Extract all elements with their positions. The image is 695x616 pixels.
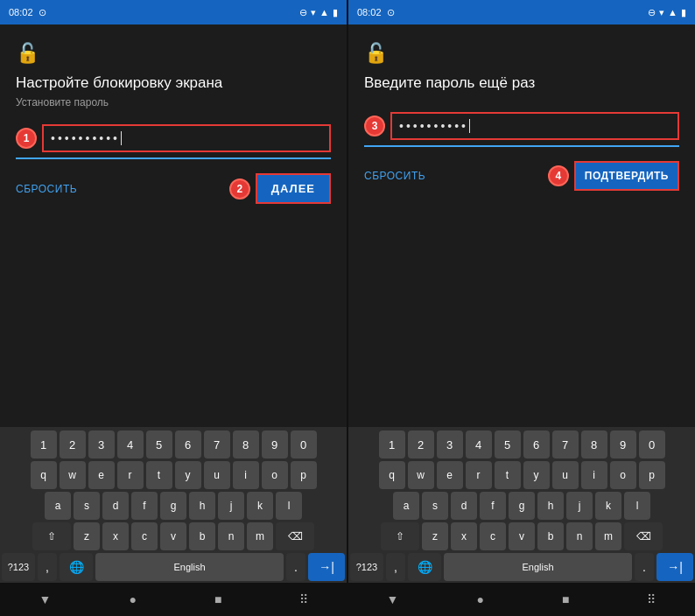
key-b[interactable]: b [189, 522, 215, 550]
r-key-e[interactable]: e [437, 461, 463, 489]
left-globe-key[interactable]: 🌐 [60, 553, 93, 581]
r-key-x[interactable]: x [451, 522, 477, 550]
key-e[interactable]: e [88, 461, 115, 489]
nav-recents-button[interactable]: ■ [204, 587, 232, 612]
key-0[interactable]: 0 [291, 430, 317, 458]
nav-back-button[interactable]: ▼ [29, 587, 62, 612]
key-g[interactable]: g [160, 492, 186, 520]
key-p[interactable]: p [291, 461, 317, 489]
right-shift-key[interactable]: ⇧ [381, 522, 419, 550]
key-t[interactable]: t [146, 461, 172, 489]
key-r[interactable]: r [117, 461, 144, 489]
r-key-i[interactable]: i [581, 461, 607, 489]
right-enter-key[interactable]: →| [656, 553, 693, 581]
key-h[interactable]: h [189, 492, 215, 520]
key-x[interactable]: x [102, 522, 129, 550]
r-key-q[interactable]: q [379, 461, 405, 489]
r-key-4[interactable]: 4 [466, 430, 492, 458]
r-key-r[interactable]: r [466, 461, 492, 489]
r-key-m[interactable]: m [595, 522, 621, 550]
key-d[interactable]: d [102, 492, 129, 520]
r-key-p[interactable]: p [639, 461, 665, 489]
r-key-t[interactable]: t [495, 461, 521, 489]
left-language-key[interactable]: English [95, 553, 284, 581]
r-key-j[interactable]: j [566, 492, 593, 520]
r-key-s[interactable]: s [422, 492, 448, 520]
r-key-2[interactable]: 2 [408, 430, 434, 458]
key-1[interactable]: 1 [31, 430, 57, 458]
nav-grid-button-r[interactable]: ⠿ [636, 587, 666, 612]
key-j[interactable]: j [218, 492, 244, 520]
nav-recents-button-r[interactable]: ■ [551, 587, 579, 612]
left-enter-key[interactable]: →| [308, 553, 345, 581]
right-password-field[interactable]: •••••••••• [390, 112, 679, 140]
key-4[interactable]: 4 [117, 430, 144, 458]
key-5[interactable]: 5 [146, 430, 172, 458]
r-key-b[interactable]: b [537, 522, 564, 550]
key-6[interactable]: 6 [175, 430, 201, 458]
left-comma-key[interactable]: , [38, 553, 57, 581]
nav-home-button[interactable]: ● [118, 587, 146, 612]
right-globe-key[interactable]: 🌐 [408, 553, 441, 581]
r-key-y[interactable]: y [523, 461, 550, 489]
r-key-a[interactable]: a [393, 492, 419, 520]
key-q[interactable]: q [31, 461, 57, 489]
left-reset-button[interactable]: СБРОСИТЬ [16, 183, 77, 195]
right-comma-key[interactable]: , [386, 553, 405, 581]
right-backspace-key[interactable]: ⌫ [624, 522, 663, 550]
key-7[interactable]: 7 [204, 430, 230, 458]
key-o[interactable]: o [262, 461, 288, 489]
right-language-key[interactable]: English [444, 553, 632, 581]
left-symbols-key[interactable]: ?123 [2, 553, 35, 581]
left-period-key[interactable]: . [286, 553, 305, 581]
key-y[interactable]: y [175, 461, 201, 489]
key-v[interactable]: v [160, 522, 186, 550]
key-8[interactable]: 8 [233, 430, 259, 458]
r-key-u[interactable]: u [552, 461, 579, 489]
key-k[interactable]: k [247, 492, 273, 520]
key-c[interactable]: c [131, 522, 158, 550]
r-key-l[interactable]: l [624, 492, 650, 520]
r-key-v[interactable]: v [509, 522, 535, 550]
r-key-8[interactable]: 8 [581, 430, 607, 458]
r-key-d[interactable]: d [451, 492, 477, 520]
r-key-1[interactable]: 1 [379, 430, 405, 458]
nav-home-button-r[interactable]: ● [466, 587, 494, 612]
r-key-z[interactable]: z [422, 522, 448, 550]
right-symbols-key[interactable]: ?123 [350, 553, 383, 581]
r-key-o[interactable]: o [610, 461, 636, 489]
r-key-n[interactable]: n [566, 522, 593, 550]
left-password-field[interactable]: •••••••••• [42, 124, 331, 152]
r-key-5[interactable]: 5 [495, 430, 521, 458]
key-l[interactable]: l [276, 492, 302, 520]
r-key-9[interactable]: 9 [610, 430, 636, 458]
key-2[interactable]: 2 [60, 430, 86, 458]
key-z[interactable]: z [74, 522, 100, 550]
nav-grid-button[interactable]: ⠿ [289, 587, 319, 612]
key-3[interactable]: 3 [88, 430, 115, 458]
r-key-f[interactable]: f [480, 492, 506, 520]
key-w[interactable]: w [60, 461, 86, 489]
r-key-w[interactable]: w [408, 461, 434, 489]
r-key-h[interactable]: h [537, 492, 564, 520]
key-s[interactable]: s [74, 492, 100, 520]
right-period-key[interactable]: . [635, 553, 654, 581]
key-i[interactable]: i [233, 461, 259, 489]
r-key-0[interactable]: 0 [639, 430, 665, 458]
right-confirm-button[interactable]: ПОДТВЕРДИТЬ [574, 161, 679, 191]
left-backspace-key[interactable]: ⌫ [276, 522, 314, 550]
key-u[interactable]: u [204, 461, 230, 489]
key-m[interactable]: m [247, 522, 273, 550]
right-reset-button[interactable]: СБРОСИТЬ [364, 170, 425, 182]
key-9[interactable]: 9 [262, 430, 288, 458]
r-key-g[interactable]: g [509, 492, 535, 520]
key-a[interactable]: a [45, 492, 71, 520]
r-key-c[interactable]: c [480, 522, 506, 550]
left-next-button[interactable]: ДАЛЕЕ [256, 173, 331, 204]
key-f[interactable]: f [131, 492, 158, 520]
r-key-3[interactable]: 3 [437, 430, 463, 458]
nav-back-button-r[interactable]: ▼ [376, 587, 410, 612]
left-shift-key[interactable]: ⇧ [32, 522, 71, 550]
r-key-k[interactable]: k [595, 492, 621, 520]
r-key-7[interactable]: 7 [552, 430, 579, 458]
